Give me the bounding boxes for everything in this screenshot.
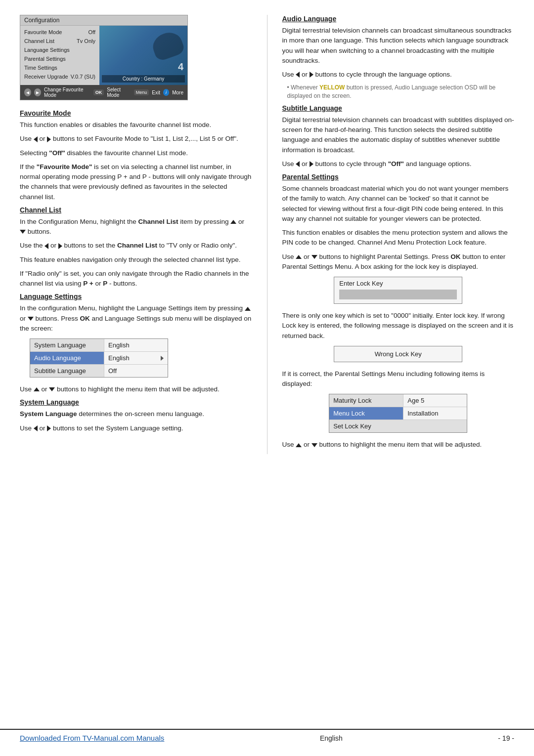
language-settings-heading: Language Settings	[20, 293, 252, 300]
config-menu-language-label: Language Settings	[24, 47, 70, 53]
parental-label-maturity: Maturity Lock	[329, 394, 403, 407]
parental-settings-p4: There is only one key which is set to "0…	[282, 311, 515, 341]
footer-page-num: - 19 -	[498, 734, 514, 742]
config-menu-receiver-label: Receiver Upgrade	[24, 74, 68, 80]
arrow-right-icon-sub	[310, 161, 313, 167]
arrow-up-icon-3	[34, 387, 40, 391]
audio-language-p2: Use or buttons to cycle through the lang…	[282, 70, 515, 80]
enter-lock-key-title: Enter Lock Key	[334, 277, 462, 290]
or-text-sub: or	[302, 160, 308, 168]
or-text-cl2: or	[50, 242, 56, 249]
subtitle-language-p1: Digital terrestrial television channels …	[282, 115, 515, 155]
config-menu-favourite: Favourite Mode Off	[20, 28, 99, 37]
config-select-label: Select Mode	[107, 87, 131, 98]
favourite-mode-section: Favourite Mode This function enables or …	[20, 109, 252, 202]
parental-row-maturity: Maturity Lock Age 5	[329, 394, 467, 407]
wrong-lock-key-text: Wrong Lock Key	[375, 350, 422, 358]
ok-bold-ps: OK	[450, 253, 460, 260]
channel-list-p2: Use the or buttons to set the Channel Li…	[20, 241, 252, 251]
favourite-mode-p4: If the "Favourite Mode" is set on via se…	[20, 162, 252, 202]
left-column: Configuration Favourite Mode Off Channel…	[20, 15, 252, 454]
arrow-left-icon-sub	[296, 161, 300, 167]
arrow-up-icon-ps	[296, 255, 302, 259]
lang-value-subtitle: Off	[104, 365, 168, 377]
menu-btn: Menu	[134, 89, 149, 95]
arrow-right-icon-1	[47, 136, 51, 142]
language-settings-section: Language Settings In the configuration M…	[20, 293, 252, 394]
config-image-area: 4 Country : Germany	[99, 26, 187, 85]
lang-row-system: System Language English	[30, 339, 168, 352]
favourite-mode-p1: This function enables or disables the fa…	[20, 120, 252, 130]
or-text-cl1: or	[238, 218, 244, 225]
language-settings-p1: In the configuration Menu, highlight the…	[20, 303, 252, 334]
config-bottom-bar: ◀ ▶ Change Favourite Mode OK Select Mode…	[20, 85, 187, 100]
config-menu-channellist-val: Tv Only	[77, 38, 95, 44]
arrow-right-icon-sl	[47, 425, 51, 431]
lang-row-audio: Audio Language English	[30, 352, 168, 365]
info-btn: i	[163, 89, 169, 96]
parental-settings-p5: If it is correct, the Parental Settings …	[282, 369, 515, 389]
audio-language-section: Audio Language Digital terrestrial telev…	[282, 15, 515, 100]
arrow-right-icon-al	[310, 72, 313, 78]
config-menu-channellist: Channel List Tv Only	[20, 37, 99, 45]
config-menu-channellist-label: Channel List	[24, 38, 54, 44]
channel-list-p4: If "Radio only" is set, you can only nav…	[20, 269, 252, 289]
channel-list-p1-end: buttons.	[28, 228, 51, 235]
or-text-ls1: or	[20, 315, 26, 322]
lang-value-audio: English	[104, 352, 168, 364]
right-column: Audio Language Digital terrestrial telev…	[282, 15, 515, 454]
system-language-section: System Language System Language determin…	[20, 398, 252, 433]
subtitle-language-section: Subtitle Language Digital terrestrial te…	[282, 104, 515, 169]
system-language-bold: System Language	[20, 410, 77, 418]
parental-settings-section: Parental Settings Some channels broadcas…	[282, 173, 515, 450]
yellow-text: YELLOW	[319, 84, 345, 91]
arrow-up-icon-ps2	[296, 443, 302, 447]
column-divider	[267, 15, 267, 454]
footer-link[interactable]: Downloaded From TV-Manual.com Manuals	[20, 734, 164, 742]
config-menu-receiver: Receiver Upgrade V.0.7 (SU)	[20, 72, 99, 81]
subtitle-language-p2: Use or buttons to cycle through "Off" an…	[282, 159, 515, 169]
config-more-label: More	[172, 90, 183, 95]
audio-language-heading: Audio Language	[282, 15, 515, 23]
page: Configuration Favourite Mode Off Channel…	[0, 0, 534, 756]
favourite-mode-heading: Favourite Mode	[20, 109, 252, 117]
config-channel-num: 4	[178, 61, 183, 73]
off-bold: "Off"	[49, 149, 65, 157]
config-menu-favourite-label: Favourite Mode	[24, 29, 62, 35]
config-menu-favourite-val: Off	[89, 29, 95, 35]
config-exit-label: Exit	[152, 90, 160, 95]
arrow-left-icon-sl	[34, 425, 38, 431]
wrong-lock-key-box: Wrong Lock Key	[334, 346, 462, 362]
channel-list-bold2: Channel List	[117, 242, 157, 249]
arrow-up-icon-2	[245, 307, 251, 311]
config-menu-parental-label: Parental Settings	[24, 56, 66, 62]
enter-lock-key-box: Enter Lock Key	[334, 277, 462, 304]
config-screenshot: Configuration Favourite Mode Off Channel…	[20, 15, 188, 100]
parental-row-menu: Menu Lock Installation	[329, 407, 467, 420]
system-language-p2: Use or buttons to set the System Languag…	[20, 423, 252, 433]
lang-label-audio: Audio Language	[30, 352, 104, 364]
parental-row-setlock: Set Lock Key	[329, 420, 467, 432]
parental-p6-text: buttons to highlight the menu item that …	[319, 441, 482, 448]
parental-settings-p3: Use or buttons to highlight Parental Set…	[282, 252, 515, 272]
system-language-p2-post: buttons to set the System Language setti…	[53, 424, 183, 432]
or-text-ls2: or	[42, 385, 47, 393]
footer-language: English	[320, 734, 343, 742]
channel-list-p1: In the Configuration Menu, highlight the…	[20, 217, 252, 237]
favourite-mode-p3-post: disables the favourite channel List mode…	[67, 149, 188, 157]
or-text-sl: or	[40, 424, 45, 432]
arrow-left-icon-1	[34, 136, 38, 142]
arrow-down-icon-ps2	[312, 443, 317, 447]
p-minus-bold: P	[103, 280, 107, 287]
or-text-ps1: or	[304, 253, 310, 260]
parental-settings-p6: Use or buttons to highlight the menu ite…	[282, 440, 515, 450]
arrow-right-icon-2	[58, 243, 62, 249]
ok-bold-ls: OK	[80, 315, 90, 322]
nav-left-icon: ◀	[24, 88, 31, 96]
arrow-left-icon-al	[296, 72, 300, 78]
or-text-ps2: or	[304, 441, 310, 448]
parental-label-setlock: Set Lock Key	[329, 420, 467, 432]
language-table: System Language English Audio Language E…	[30, 338, 168, 378]
channel-list-section: Channel List In the Configuration Menu, …	[20, 206, 252, 289]
arrow-down-icon-3	[49, 387, 55, 391]
